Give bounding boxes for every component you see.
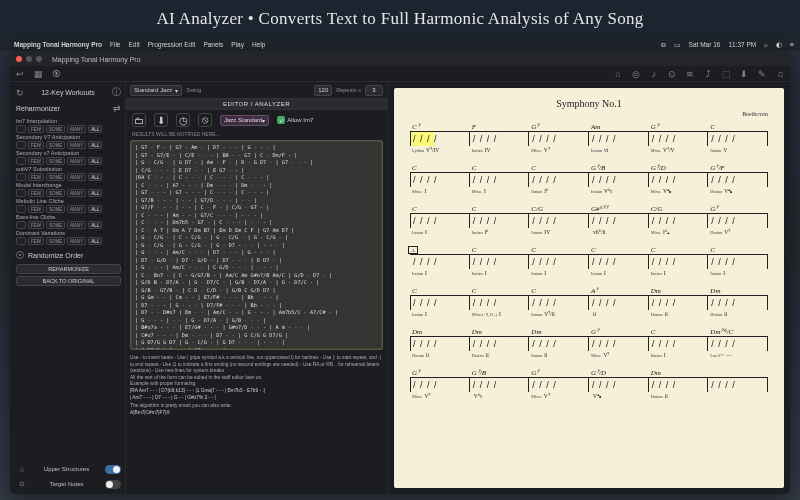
option-chip[interactable]: FEW: [28, 125, 44, 133]
measure[interactable]: / / / /: [410, 377, 470, 392]
voice-structures-icon[interactable]: ≋: [684, 68, 696, 80]
option-chip-none[interactable]: [16, 173, 26, 181]
option-chip[interactable]: ALL: [88, 157, 102, 165]
wifi-icon[interactable]: ⧉: [661, 41, 666, 49]
measure[interactable]: / / / /: [529, 295, 589, 310]
allow-im7-checkbox[interactable]: ✓Allow Im7: [277, 116, 313, 124]
option-chip[interactable]: FEW: [28, 205, 44, 213]
menu-help[interactable]: Help: [252, 41, 265, 48]
measure[interactable]: / / / /: [470, 131, 530, 146]
target-notes-toggle[interactable]: [105, 480, 121, 489]
option-chip[interactable]: FEW: [28, 141, 44, 149]
option-chip[interactable]: FEW: [28, 189, 44, 197]
option-chip[interactable]: MANY: [67, 189, 86, 197]
option-chip[interactable]: SOME: [46, 189, 65, 197]
option-chip[interactable]: MANY: [67, 221, 86, 229]
editor-open-button[interactable]: 🗀: [132, 113, 146, 127]
measure[interactable]: / / / /: [410, 213, 470, 228]
measure[interactable]: / / / /: [649, 295, 709, 310]
measure[interactable]: / / / /: [649, 131, 709, 146]
menu-play[interactable]: Play: [231, 41, 244, 48]
edit-box-icon[interactable]: ▦: [32, 68, 44, 80]
option-chip-none[interactable]: [16, 189, 26, 197]
search-icon[interactable]: ⌕: [764, 41, 768, 48]
measure[interactable]: / / / /: [470, 254, 530, 269]
randomize-row[interactable]: Randomize Order: [16, 251, 121, 259]
option-chip[interactable]: SOME: [46, 157, 65, 165]
genre-select[interactable]: Jazz Standard ▾: [220, 115, 269, 126]
open-icon[interactable]: ⬚: [720, 68, 732, 80]
option-chip[interactable]: SOME: [46, 221, 65, 229]
measure[interactable]: / / / /: [708, 336, 768, 351]
measure[interactable]: / / / /: [410, 131, 470, 146]
measure[interactable]: / / / /: [708, 213, 768, 228]
measure[interactable]: / / / /: [470, 295, 530, 310]
info-icon[interactable]: ⓘ: [112, 86, 121, 99]
option-chip[interactable]: ALL: [88, 205, 102, 213]
measure[interactable]: / / / /: [649, 254, 709, 269]
measure[interactable]: / / / /: [529, 213, 589, 228]
target-notes-icon[interactable]: ⊙: [666, 68, 678, 80]
option-chip[interactable]: SOME: [46, 205, 65, 213]
measure[interactable]: / / / /: [589, 377, 649, 392]
option-chip[interactable]: MANY: [67, 157, 86, 165]
measure[interactable]: / / / /: [470, 213, 530, 228]
measure[interactable]: / / / /: [708, 377, 768, 392]
share-icon[interactable]: ⤴: [702, 68, 714, 80]
measure[interactable]: / / / /: [529, 336, 589, 351]
guitar-icon[interactable]: ♫: [774, 68, 786, 80]
option-chip[interactable]: SOME: [46, 125, 65, 133]
measure[interactable]: / / / /: [708, 172, 768, 187]
minimize-icon[interactable]: [26, 56, 32, 62]
measure[interactable]: / / / /: [410, 295, 470, 310]
measure[interactable]: / / / /: [589, 295, 649, 310]
measure[interactable]: / / / /: [589, 336, 649, 351]
option-chip[interactable]: MANY: [67, 173, 86, 181]
option-chip[interactable]: FEW: [28, 221, 44, 229]
option-chip[interactable]: ALL: [88, 141, 102, 149]
measure[interactable]: / / / /: [529, 131, 589, 146]
option-chip[interactable]: MANY: [67, 141, 86, 149]
workout-icon[interactable]: ◎: [630, 68, 642, 80]
option-chip[interactable]: FEW: [28, 173, 44, 181]
measure[interactable]: / / / /: [470, 377, 530, 392]
option-chip-none[interactable]: [16, 237, 26, 245]
siri-icon[interactable]: ◐: [776, 41, 782, 49]
option-chip-none[interactable]: [16, 125, 26, 133]
back-arrow-icon[interactable]: ↩: [14, 68, 26, 80]
menu-progression-edit[interactable]: Progression Edit: [148, 41, 196, 48]
measure[interactable]: / / / /: [708, 295, 768, 310]
measure[interactable]: / / / /: [708, 131, 768, 146]
shuffle-icon[interactable]: ⇄: [113, 103, 121, 113]
option-chip[interactable]: ALL: [88, 189, 102, 197]
measure[interactable]: / / / /: [589, 254, 649, 269]
option-chip-none[interactable]: [16, 157, 26, 165]
chord-input-textarea[interactable]: | G7 - F - | G7 - Am - | D7 - - - | G - …: [130, 140, 383, 350]
menubar-app[interactable]: Mapping Tonal Harmony Pro: [14, 41, 102, 48]
editor-analyze-button[interactable]: ⬇: [154, 113, 168, 127]
battery-icon[interactable]: ▭: [674, 41, 681, 49]
measure[interactable]: / / / /: [470, 336, 530, 351]
option-chip[interactable]: ALL: [88, 173, 102, 181]
option-chip-none[interactable]: [16, 205, 26, 213]
close-icon[interactable]: [16, 56, 22, 62]
option-chip[interactable]: ALL: [88, 237, 102, 245]
measure[interactable]: / / / /: [649, 377, 709, 392]
upper-structures-toggle[interactable]: [105, 465, 121, 474]
measure[interactable]: / / / /: [529, 172, 589, 187]
option-chip[interactable]: SOME: [46, 141, 65, 149]
measure[interactable]: / / / /: [410, 172, 470, 187]
measure[interactable]: / / / /: [589, 172, 649, 187]
measure[interactable]: / / / /: [649, 172, 709, 187]
option-chip[interactable]: SOME: [46, 173, 65, 181]
measure[interactable]: / / / /: [529, 377, 589, 392]
source-notes-icon[interactable]: ♪: [648, 68, 660, 80]
option-chip[interactable]: FEW: [28, 237, 44, 245]
option-chip[interactable]: MANY: [67, 205, 86, 213]
measure[interactable]: / / / /: [470, 172, 530, 187]
measure[interactable]: / / / /: [649, 336, 709, 351]
toolbar-icon-3[interactable]: ⦿: [50, 68, 62, 80]
save-icon[interactable]: ⬇: [738, 68, 750, 80]
option-chip[interactable]: MANY: [67, 125, 86, 133]
intro-icon[interactable]: ⌂: [612, 68, 624, 80]
